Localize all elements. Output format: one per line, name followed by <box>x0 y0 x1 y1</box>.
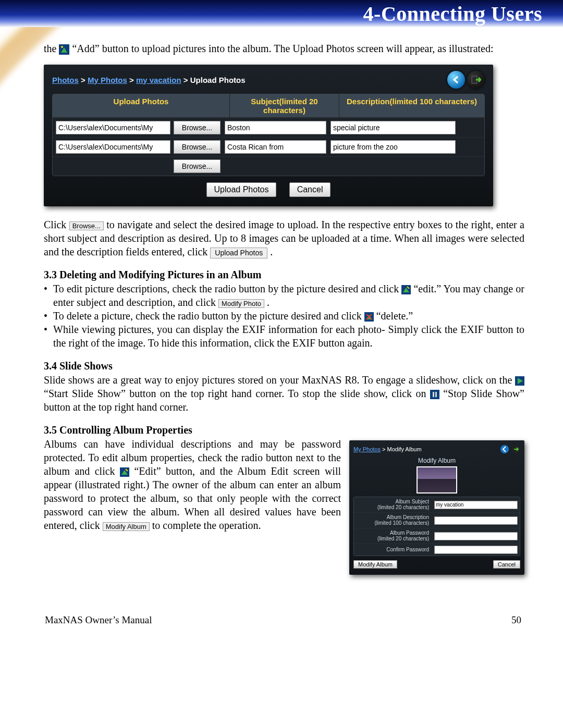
subject-input[interactable] <box>225 140 326 154</box>
stop-slideshow-icon <box>430 390 439 399</box>
add-icon <box>59 44 69 55</box>
bc-current: Upload Photos <box>190 76 246 84</box>
upload-inline-button[interactable]: Upload Photos <box>210 248 267 258</box>
bc-myphotos[interactable]: My Photos <box>88 76 127 84</box>
svg-point-1 <box>61 46 63 48</box>
bullet: To delete a picture, check the radio but… <box>53 309 524 323</box>
after-upload-para: Click Browse... to navigate and select t… <box>44 218 524 258</box>
label-confirm: Confirm Password <box>354 545 432 555</box>
upload-row: Browse... <box>53 118 484 137</box>
album-desc-input[interactable] <box>434 516 518 525</box>
browse-button[interactable]: Browse... <box>174 159 221 173</box>
upload-row: Browse... <box>53 156 484 176</box>
back-icon[interactable] <box>447 71 465 89</box>
start-slideshow-icon <box>515 376 524 386</box>
back-icon[interactable] <box>500 445 509 454</box>
browse-button[interactable]: Browse... <box>174 121 221 134</box>
bullet: To edit picture descriptions, check the … <box>53 282 524 309</box>
cancel-button[interactable]: Cancel <box>289 182 331 197</box>
footer-page: 50 <box>511 614 521 626</box>
exit-icon[interactable] <box>467 71 485 89</box>
footer-left: MaxNAS Owner’s Manual <box>45 614 152 626</box>
breadcrumb: Photos > My Photos > my vacation > Uploa… <box>52 76 445 84</box>
modify-album-screenshot: My Photos > Modify Album Modify Album Al… <box>349 440 524 575</box>
svg-rect-7 <box>430 390 439 399</box>
intro-para: the “Add” button to upload pictures into… <box>44 42 524 55</box>
label-pwd: Album Password (limited 20 characters) <box>354 528 432 544</box>
label-desc: Album Description (limited 100 character… <box>354 513 432 528</box>
upload-photos-button[interactable]: Upload Photos <box>206 182 277 197</box>
chapter-header: 4-Connecting Users <box>0 0 563 27</box>
chapter-title: 4-Connecting Users <box>363 2 542 26</box>
svg-rect-9 <box>435 392 437 397</box>
mini-bc-link[interactable]: My Photos <box>353 446 381 452</box>
browse-button[interactable]: Browse... <box>174 140 221 154</box>
exit-icon[interactable] <box>511 445 520 454</box>
edit-icon <box>401 285 411 294</box>
upload-photos-screenshot: Photos > My Photos > my vacation > Uploa… <box>44 65 493 206</box>
section-3-4-title: 3.4 Slide Shows <box>44 360 524 372</box>
modify-photo-inline-button[interactable]: Modify Photo <box>218 299 264 309</box>
album-thumbnail <box>417 466 457 493</box>
bc-vacation[interactable]: my vacation <box>136 76 181 84</box>
section-3-3-title: 3.3 Deleting and Modifying Pictures in a… <box>44 269 524 281</box>
section-3-5-title: 3.5 Controlling Album Properties <box>44 424 524 436</box>
slideshow-para: Slide shows are a great way to enjoy pic… <box>44 373 524 414</box>
album-subject-input[interactable] <box>434 501 518 509</box>
bullet: While viewing pictures, you can display … <box>53 323 524 350</box>
desc-input[interactable] <box>331 140 456 154</box>
album-pwd-input[interactable] <box>434 532 518 540</box>
path-input[interactable] <box>56 140 170 154</box>
album-confirm-input[interactable] <box>434 546 518 554</box>
col-desc: Description(limited 100 characters) <box>339 94 484 117</box>
modify-album-inline-button[interactable]: Modify Album <box>103 522 150 532</box>
svg-point-10 <box>500 445 509 453</box>
svg-rect-8 <box>433 392 434 397</box>
subject-input[interactable] <box>225 121 326 134</box>
edit-icon <box>120 467 129 477</box>
mini-cancel-button[interactable]: Cancel <box>493 560 520 569</box>
delete-icon <box>364 312 374 322</box>
bc-photos[interactable]: Photos <box>52 76 79 84</box>
browse-inline-button[interactable]: Browse... <box>69 221 104 231</box>
mini-title: Modify Album <box>353 457 520 464</box>
col-subject: Subject(limited 20 characters) <box>230 94 339 117</box>
modify-album-button[interactable]: Modify Album <box>353 560 397 569</box>
desc-input[interactable] <box>331 121 456 134</box>
upload-row: Browse... <box>53 137 484 156</box>
path-input[interactable] <box>56 121 170 134</box>
col-upload: Upload Photos <box>53 94 230 117</box>
label-subject: Album Subject (limited 20 characters) <box>354 497 432 512</box>
